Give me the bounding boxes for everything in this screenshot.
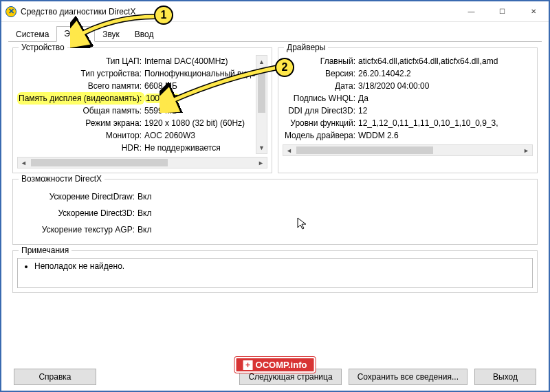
notes-line: Неполадок не найдено. (34, 261, 527, 271)
monitor-value: AOC 2060W3 (144, 129, 256, 142)
dx-legend: Возможности DirectX (19, 174, 104, 184)
drv-date-value: 3/18/2020 04:00:00 (358, 80, 533, 92)
exit-button[interactable]: Выход (474, 369, 536, 385)
scroll-thumb[interactable] (258, 69, 265, 113)
minimize-button[interactable]: — (456, 1, 487, 22)
drv-ddi-label: DDI для Direct3D: (283, 105, 358, 117)
watermark: + OCOMP.info (235, 357, 316, 373)
mode-value: 1920 x 1080 (32 bit) (60Hz) (144, 117, 256, 129)
drv-feat-value: 12_1,12_0,11_1,11_0,10_1,10_0,9_3, (358, 117, 533, 129)
scroll-left-icon[interactable]: ◄ (18, 157, 30, 168)
shared-label: Общая память: (17, 105, 144, 117)
tab-sound[interactable]: Звук (95, 27, 127, 43)
dx-d3d-label: Ускорение Direct3D: (17, 207, 138, 219)
tab-input[interactable]: Ввод (127, 27, 162, 43)
scroll-thumb[interactable] (31, 159, 168, 166)
mode-label: Режим экрана: (17, 117, 144, 129)
watermark-text: OCOMP.info (256, 360, 307, 370)
scroll-right-icon[interactable]: ► (520, 145, 532, 155)
drv-date-label: Дата: (283, 80, 358, 92)
notes-text: Неполадок не найдено. (17, 258, 533, 288)
dx-agp-label: Ускорение текстур AGP: (17, 224, 138, 236)
drv-main-value: aticfx64.dll,aticfx64.dll,aticfx64.dll,a… (358, 55, 533, 67)
directx-caps-group: Возможности DirectX Ускорение DirectDraw… (12, 179, 538, 245)
dx-d3d-value: Вкл (138, 207, 533, 219)
hdr-label: HDR: (17, 142, 144, 154)
notes-group: Примечания Неполадок не найдено. (12, 250, 538, 293)
cursor-icon (297, 217, 308, 234)
mem-total-label: Всего памяти: (17, 80, 144, 92)
dac-label: Тип ЦАП: (17, 55, 144, 67)
scroll-down-icon[interactable]: ▼ (256, 142, 267, 153)
device-horizontal-scrollbar[interactable]: ◄ ► (17, 157, 267, 168)
drv-feat-label: Уровни функций: (283, 117, 358, 129)
dac-value: Internal DAC(400MHz) (144, 55, 256, 67)
tab-screen[interactable]: Экран (56, 26, 95, 42)
mem-total-value: 6608 МБ (144, 80, 256, 92)
dx-dd-label: Ускорение DirectDraw: (17, 190, 138, 203)
annotation-badge-2: 2 (275, 58, 294, 77)
drv-whql-value: Да (358, 92, 533, 105)
scroll-right-icon[interactable]: ► (255, 157, 267, 168)
shared-value: 5599 МБ (144, 105, 256, 117)
monitor-label: Монитор: (17, 129, 144, 142)
device-group: Устройство Тип ЦАП:Internal DAC(400MHz) … (12, 47, 272, 173)
app-icon: ✕ (6, 6, 16, 17)
close-button[interactable]: ✕ (518, 1, 549, 22)
hdr-value: Не поддерживается (144, 142, 256, 154)
scroll-thumb[interactable] (296, 146, 433, 154)
vram-value: 1009 МБ (144, 94, 180, 103)
dx-agp-value: Вкл (138, 224, 533, 236)
type-label: Тип устройства: (17, 67, 144, 80)
scroll-up-icon[interactable]: ▲ (256, 56, 267, 67)
drv-whql-label: Подпись WHQL: (283, 92, 358, 105)
window-title: Средство диагностики DirectX (21, 7, 456, 17)
scroll-left-icon[interactable]: ◄ (283, 145, 295, 155)
tab-bar: Система Экран Звук Ввод (1, 22, 549, 42)
drivers-legend: Драйверы (284, 43, 328, 52)
vram-label: Память дисплея (видеопамять): (17, 92, 144, 105)
drv-ver-value: 26.20.14042.2 (358, 67, 533, 80)
device-legend: Устройство (19, 43, 67, 52)
drv-model-value: WDDM 2.6 (358, 129, 533, 142)
drivers-horizontal-scrollbar[interactable]: ◄ ► (283, 144, 533, 156)
plus-icon: + (243, 360, 253, 370)
save-all-button[interactable]: Сохранить все сведения... (349, 369, 468, 385)
dx-dd-value: Вкл (138, 190, 533, 203)
tab-system[interactable]: Система (8, 27, 56, 43)
help-button[interactable]: Справка (14, 369, 96, 385)
drivers-group: Драйверы Главный:aticfx64.dll,aticfx64.d… (278, 47, 538, 173)
annotation-badge-1: 1 (154, 6, 173, 25)
device-vertical-scrollbar[interactable]: ▲ ▼ (256, 55, 267, 154)
drv-ddi-value: 12 (358, 105, 533, 117)
maximize-button[interactable]: ☐ (487, 1, 518, 22)
notes-legend: Примечания (19, 246, 72, 255)
type-value: Полнофункциональный видеоадапте (144, 67, 256, 80)
drv-model-label: Модель драйвера: (283, 129, 358, 142)
